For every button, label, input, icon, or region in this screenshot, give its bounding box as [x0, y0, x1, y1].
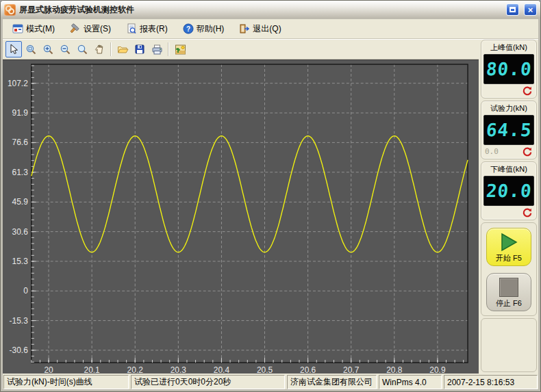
stop-button-label: 停止 F6: [496, 298, 522, 309]
lower-peak-display: 20.0: [483, 176, 534, 206]
upper-peak-display: 80.0: [483, 54, 534, 84]
svg-text:30.6: 30.6: [12, 227, 29, 237]
svg-text:20.4: 20.4: [214, 365, 230, 374]
upper-peak-refresh-button[interactable]: [522, 86, 533, 96]
cursor-icon: [8, 44, 19, 55]
zoom-rect-tool-button[interactable]: [23, 41, 39, 57]
svg-text:91.9: 91.9: [12, 108, 29, 118]
status-company: 济南试金集团有限公司: [287, 375, 377, 389]
panel-spacer-group: [481, 318, 537, 372]
test-force-label: 试验力(kN): [483, 103, 534, 115]
svg-text:76.6: 76.6: [12, 138, 29, 147]
svg-text:20.5: 20.5: [257, 365, 273, 374]
status-datetime: 2007-2-15 8:16:53: [444, 375, 538, 389]
client-area: 模式(M) 设置(S) 报表(R): [3, 19, 538, 389]
svg-text:20.6: 20.6: [300, 365, 316, 374]
start-button[interactable]: 开始 F5: [486, 228, 531, 266]
svg-text:20.7: 20.7: [343, 365, 360, 374]
title-bar: 屏显式脉动疲劳试验机测控软件 ×: [1, 1, 540, 18]
zoom-out-icon: [60, 44, 71, 55]
pan-tool-button[interactable]: [91, 41, 108, 57]
status-curve-name: 试验力(kN)-时间(s)曲线: [3, 375, 129, 389]
test-force-sub-value: 0.0: [485, 147, 499, 156]
refresh-icon: [522, 146, 533, 157]
lower-peak-label: 下峰值(kN): [483, 164, 534, 176]
help-question-icon: ?: [183, 23, 194, 34]
toolbar: [3, 39, 479, 60]
print-icon: [151, 44, 163, 55]
lower-peak-value: 20.0: [485, 181, 532, 201]
body-row: 2020.120.220.320.420.520.620.720.820.910…: [3, 39, 538, 374]
upper-peak-group: 上峰值(kN) 80.0: [481, 40, 537, 99]
status-bar: 试验力(kN)-时间(s)曲线 试验已进行0天0时0分20秒 济南试金集团有限公…: [3, 374, 538, 389]
svg-text:20.8: 20.8: [386, 365, 403, 374]
svg-text:107.2: 107.2: [8, 79, 28, 88]
svg-text:20: 20: [44, 365, 53, 374]
menu-item-help[interactable]: ? 帮助(H): [177, 22, 230, 36]
mode-window-icon: [12, 23, 23, 34]
maximize-button[interactable]: [506, 3, 519, 16]
force-time-chart[interactable]: 2020.120.220.320.420.520.620.720.820.910…: [3, 60, 479, 374]
stop-button[interactable]: 停止 F6: [486, 273, 531, 311]
menu-item-label: 退出(Q): [253, 23, 281, 35]
lower-peak-group: 下峰值(kN) 20.0: [481, 161, 537, 220]
menu-item-label: 帮助(H): [197, 23, 225, 35]
svg-text:20.1: 20.1: [84, 365, 101, 374]
menu-item-settings[interactable]: 设置(S): [64, 22, 116, 36]
print-button[interactable]: [149, 41, 165, 57]
image-export-button[interactable]: [172, 41, 188, 57]
app-window: 屏显式脉动疲劳试验机测控软件 × 模式(M): [0, 0, 541, 392]
svg-text:61.3: 61.3: [12, 168, 29, 177]
svg-text:0: 0: [23, 286, 28, 296]
save-floppy-icon: [134, 44, 145, 55]
menu-bar: 模式(M) 设置(S) 报表(R): [3, 19, 538, 39]
test-force-value: 64.5: [485, 120, 532, 140]
refresh-icon: [522, 86, 533, 96]
window-title: 屏显式脉动疲劳试验机测控软件: [19, 4, 501, 16]
menu-item-mode[interactable]: 模式(M): [7, 22, 60, 36]
save-button[interactable]: [131, 41, 148, 57]
status-software-version: WinPms 4.0: [379, 375, 442, 389]
zoom-reset-tool-button[interactable]: [74, 41, 90, 57]
hammer-settings-icon: [70, 23, 81, 34]
lower-peak-refresh-button[interactable]: [522, 207, 533, 218]
exit-door-icon: [239, 23, 250, 34]
svg-text:-15.3: -15.3: [10, 316, 29, 326]
test-force-group: 试验力(kN) 64.5 0.0: [481, 101, 537, 159]
chart-area[interactable]: 2020.120.220.320.420.520.620.720.820.910…: [3, 60, 479, 374]
menu-item-label: 模式(M): [26, 23, 55, 35]
menu-item-label: 报表(R): [140, 23, 168, 35]
svg-text:?: ?: [186, 25, 190, 33]
svg-text:20.3: 20.3: [171, 365, 187, 374]
open-button[interactable]: [114, 41, 131, 57]
play-icon: [500, 233, 518, 252]
close-icon: ×: [528, 5, 533, 14]
left-column: 2020.120.220.320.420.520.620.720.820.910…: [3, 39, 479, 374]
toolbar-separator: [168, 42, 169, 56]
report-magnifier-icon: [126, 23, 137, 34]
svg-text:20.9: 20.9: [429, 365, 446, 374]
menu-item-exit[interactable]: 退出(Q): [234, 22, 286, 36]
cursor-tool-button[interactable]: [5, 41, 22, 57]
menu-item-label: 设置(S): [84, 23, 111, 35]
status-elapsed-time: 试验已进行0天0时0分20秒: [131, 375, 285, 389]
toolbar-separator: [110, 42, 112, 56]
zoom-in-icon: [42, 44, 54, 55]
svg-text:45.9: 45.9: [12, 197, 29, 207]
refresh-icon: [522, 207, 533, 218]
start-button-label: 开始 F5: [496, 253, 522, 263]
menu-item-report[interactable]: 报表(R): [121, 22, 173, 36]
open-folder-icon: [117, 44, 129, 55]
image-export-icon: [175, 44, 186, 55]
svg-text:20.2: 20.2: [127, 365, 144, 374]
zoom-in-tool-button[interactable]: [40, 41, 56, 57]
zoom-rect-icon: [25, 44, 37, 55]
test-force-display: 64.5: [483, 115, 534, 145]
close-button[interactable]: ×: [524, 3, 537, 16]
zoom-out-tool-button[interactable]: [57, 41, 73, 57]
upper-peak-label: 上峰值(kN): [483, 42, 534, 54]
test-force-refresh-button[interactable]: [522, 146, 533, 157]
maximize-icon: [509, 7, 516, 12]
upper-peak-value: 80.0: [485, 59, 532, 79]
svg-text:-30.6: -30.6: [10, 345, 29, 355]
